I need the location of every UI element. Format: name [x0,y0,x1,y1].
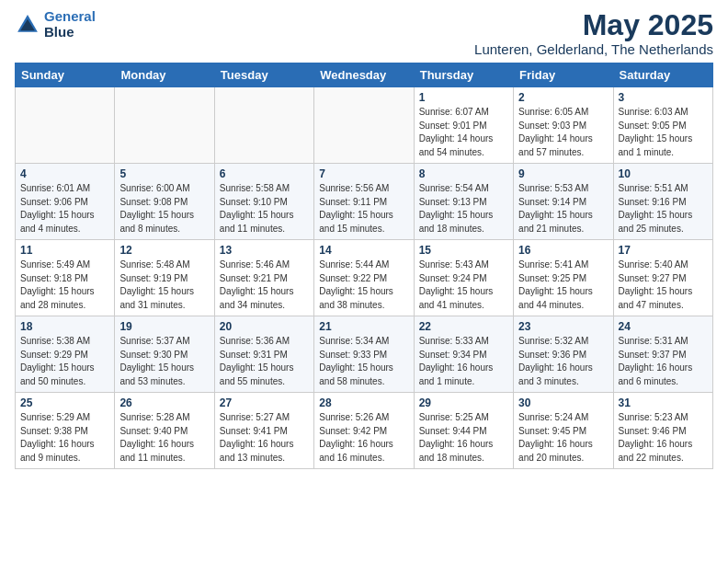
day-number: 28 [319,396,408,409]
daylight-line: and 54 minutes. [419,146,508,160]
sunrise-line: Sunrise: 5:49 AM [20,259,109,272]
calendar-cell: 16Sunrise: 5:41 AMSunset: 9:25 PMDayligh… [514,240,613,316]
day-info: Sunrise: 5:33 AMSunset: 9:34 PMDaylight:… [419,335,508,388]
daylight-line: Daylight: 15 hours [518,285,608,299]
daylight-line: and 58 minutes. [319,375,408,389]
day-number: 13 [220,244,309,257]
sunset-line: Sunset: 9:31 PM [220,349,309,362]
calendar-cell: 24Sunrise: 5:31 AMSunset: 9:37 PMDayligh… [613,316,712,393]
sunrise-line: Sunrise: 6:07 AM [419,106,508,120]
calendar-cell: 28Sunrise: 5:26 AMSunset: 9:42 PMDayligh… [314,393,414,469]
daylight-line: Daylight: 15 hours [518,209,608,223]
daylight-line: Daylight: 16 hours [419,438,508,452]
day-number: 10 [619,167,708,180]
sunset-line: Sunset: 9:34 PM [419,349,508,362]
day-info: Sunrise: 5:46 AMSunset: 9:21 PMDaylight:… [220,259,309,312]
sunrise-line: Sunrise: 6:03 AM [619,106,708,120]
sunrise-line: Sunrise: 5:26 AM [319,411,408,425]
sunset-line: Sunset: 9:44 PM [419,425,508,439]
daylight-line: Daylight: 15 hours [319,362,408,375]
sunrise-line: Sunrise: 5:28 AM [119,411,209,425]
daylight-line: and 31 minutes. [119,299,209,313]
day-number: 7 [319,167,408,180]
day-info: Sunrise: 5:36 AMSunset: 9:31 PMDaylight:… [220,335,309,388]
day-number: 14 [319,244,408,257]
daylight-line: Daylight: 16 hours [619,362,708,375]
day-number: 24 [619,320,708,333]
sunrise-line: Sunrise: 5:24 AM [518,411,608,425]
daylight-line: Daylight: 15 hours [20,285,109,299]
calendar-week-row: 18Sunrise: 5:38 AMSunset: 9:29 PMDayligh… [16,316,713,393]
day-info: Sunrise: 5:28 AMSunset: 9:40 PMDaylight:… [119,411,209,465]
calendar-header-tuesday: Tuesday [214,63,313,87]
daylight-line: Daylight: 15 hours [319,209,408,223]
calendar-cell: 27Sunrise: 5:27 AMSunset: 9:41 PMDayligh… [214,393,313,469]
header: General Blue May 2025 Lunteren, Gelderla… [15,9,713,57]
daylight-line: Daylight: 15 hours [119,285,209,299]
day-info: Sunrise: 5:27 AMSunset: 9:41 PMDaylight:… [220,411,309,465]
day-info: Sunrise: 5:58 AMSunset: 9:10 PMDaylight:… [220,182,309,236]
calendar-cell: 8Sunrise: 5:54 AMSunset: 9:13 PMDaylight… [414,164,513,240]
day-info: Sunrise: 6:00 AMSunset: 9:08 PMDaylight:… [119,182,209,236]
day-info: Sunrise: 5:40 AMSunset: 9:27 PMDaylight:… [619,259,708,312]
sunrise-line: Sunrise: 5:46 AM [220,259,309,272]
sunset-line: Sunset: 9:01 PM [419,120,508,133]
daylight-line: and 3 minutes. [518,375,608,389]
day-info: Sunrise: 6:03 AMSunset: 9:05 PMDaylight:… [619,106,708,159]
sunset-line: Sunset: 9:24 PM [419,272,508,286]
logo-text: General Blue [44,9,96,40]
calendar-cell: 20Sunrise: 5:36 AMSunset: 9:31 PMDayligh… [214,316,313,393]
daylight-line: and 8 minutes. [119,223,209,236]
day-number: 20 [220,320,309,333]
daylight-line: and 16 minutes. [319,452,408,465]
daylight-line: Daylight: 14 hours [518,132,608,146]
day-number: 31 [619,396,708,409]
sunrise-line: Sunrise: 5:25 AM [419,411,508,425]
daylight-line: Daylight: 16 hours [419,362,508,375]
sunrise-line: Sunrise: 5:34 AM [319,335,408,349]
daylight-line: and 34 minutes. [220,299,309,313]
sunrise-line: Sunrise: 5:44 AM [319,259,408,272]
day-info: Sunrise: 5:23 AMSunset: 9:46 PMDaylight:… [619,411,708,465]
calendar-cell: 31Sunrise: 5:23 AMSunset: 9:46 PMDayligh… [613,393,712,469]
daylight-line: Daylight: 16 hours [220,438,309,452]
calendar-cell: 1Sunrise: 6:07 AMSunset: 9:01 PMDaylight… [414,87,513,164]
sunset-line: Sunset: 9:40 PM [119,425,209,439]
day-number: 11 [20,244,109,257]
day-number: 5 [119,167,209,180]
sunset-line: Sunset: 9:19 PM [119,272,209,286]
daylight-line: Daylight: 15 hours [220,209,309,223]
calendar-cell: 2Sunrise: 6:05 AMSunset: 9:03 PMDaylight… [514,87,613,164]
calendar-header-saturday: Saturday [613,63,712,87]
sunrise-line: Sunrise: 5:48 AM [119,259,209,272]
day-info: Sunrise: 5:26 AMSunset: 9:42 PMDaylight:… [319,411,408,465]
day-number: 3 [619,91,708,104]
page: General Blue May 2025 Lunteren, Gelderla… [0,0,728,484]
daylight-line: Daylight: 15 hours [119,362,209,375]
day-info: Sunrise: 5:29 AMSunset: 9:38 PMDaylight:… [20,411,109,465]
sunset-line: Sunset: 9:22 PM [319,272,408,286]
daylight-line: Daylight: 15 hours [419,285,508,299]
sunrise-line: Sunrise: 5:54 AM [419,182,508,196]
sunset-line: Sunset: 9:21 PM [220,272,309,286]
calendar-cell: 15Sunrise: 5:43 AMSunset: 9:24 PMDayligh… [414,240,513,316]
sunset-line: Sunset: 9:30 PM [119,349,209,362]
day-number: 21 [319,320,408,333]
sunrise-line: Sunrise: 5:29 AM [20,411,109,425]
sunset-line: Sunset: 9:05 PM [619,120,708,133]
daylight-line: Daylight: 16 hours [518,362,608,375]
calendar-week-row: 25Sunrise: 5:29 AMSunset: 9:38 PMDayligh… [16,393,713,469]
daylight-line: and 4 minutes. [20,223,109,236]
calendar-cell: 4Sunrise: 6:01 AMSunset: 9:06 PMDaylight… [16,164,115,240]
sunrise-line: Sunrise: 5:51 AM [619,182,708,196]
logo-icon [15,12,40,38]
day-number: 12 [119,244,209,257]
sunrise-line: Sunrise: 5:53 AM [518,182,608,196]
daylight-line: and 1 minute. [419,375,508,389]
calendar-week-row: 1Sunrise: 6:07 AMSunset: 9:01 PMDaylight… [16,87,713,164]
calendar-cell: 19Sunrise: 5:37 AMSunset: 9:30 PMDayligh… [115,316,214,393]
day-number: 8 [419,167,508,180]
calendar-cell: 5Sunrise: 6:00 AMSunset: 9:08 PMDaylight… [115,164,214,240]
calendar-cell [115,87,214,164]
sunset-line: Sunset: 9:25 PM [518,272,608,286]
